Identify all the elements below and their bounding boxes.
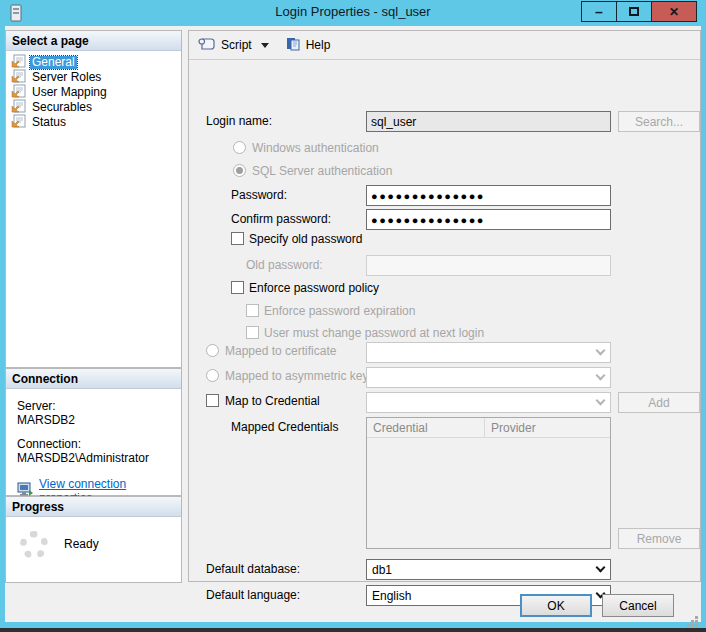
progress-header: Progress <box>6 497 181 517</box>
toolbar: Script Help <box>189 31 700 60</box>
default-database-value: db1 <box>372 563 392 577</box>
old-password-input[interactable] <box>366 255 611 276</box>
sidebar-item-user-mapping[interactable]: User Mapping <box>6 85 181 100</box>
page-icon <box>11 114 26 131</box>
dialog-body: Select a page General Server Roles User … <box>5 26 701 622</box>
server-label: Server: <box>17 399 170 413</box>
default-database-combobox[interactable]: db1 <box>366 559 611 580</box>
enforce-password-expiration-label: Enforce password expiration <box>264 303 415 319</box>
specify-old-password-checkbox[interactable] <box>231 232 244 245</box>
script-button[interactable]: Script <box>198 37 269 54</box>
chevron-down-icon <box>596 396 606 406</box>
map-to-credential-checkbox[interactable] <box>206 394 219 407</box>
certificate-combobox[interactable] <box>366 342 611 363</box>
sql-server-authentication-radio[interactable] <box>233 164 246 177</box>
script-label: Script <box>221 38 252 52</box>
chevron-down-icon <box>596 371 606 381</box>
chevron-down-icon <box>596 563 606 573</box>
window-bottom-edge <box>0 628 706 632</box>
minimize-button[interactable]: – <box>581 1 617 22</box>
resize-grip[interactable] <box>695 616 698 619</box>
mapped-to-asymmetric-key-radio[interactable] <box>206 369 219 382</box>
progress-spinner-icon <box>20 531 48 559</box>
default-language-label: Default language: <box>206 587 300 603</box>
script-dropdown-icon <box>261 43 269 48</box>
enforce-password-policy-label: Enforce password policy <box>249 280 379 296</box>
sql-server-authentication-label: SQL Server authentication <box>252 163 392 179</box>
password-input[interactable] <box>366 185 611 206</box>
credential-combobox[interactable] <box>366 392 611 413</box>
mapped-to-certificate-radio[interactable] <box>206 344 219 357</box>
default-database-label: Default database: <box>206 561 300 577</box>
sidebar-item-label: User Mapping <box>30 86 109 99</box>
maximize-icon <box>629 7 639 16</box>
sidebar-item-label: Securables <box>30 101 94 114</box>
add-button[interactable]: Add <box>618 392 700 413</box>
maximize-button[interactable] <box>616 1 652 22</box>
login-properties-window: Login Properties - sql_user – ✕ Select a… <box>0 0 706 632</box>
progress-body: Ready <box>6 517 181 583</box>
remove-button[interactable]: Remove <box>618 528 700 549</box>
connection-label: Connection: <box>17 437 170 451</box>
mapped-to-certificate-label: Mapped to certificate <box>225 343 336 359</box>
specify-old-password-label: Specify old password <box>249 231 362 247</box>
close-button[interactable]: ✕ <box>651 1 697 22</box>
login-name-input[interactable] <box>366 111 611 132</box>
map-to-credential-label: Map to Credential <box>225 393 320 409</box>
chevron-down-icon <box>596 346 606 356</box>
script-icon <box>198 37 216 54</box>
mapped-credentials-table-header: Credential Provider <box>367 418 610 438</box>
connection-value: MARSDB2\Administrator <box>17 451 170 465</box>
default-language-value: English <box>372 589 411 603</box>
credential-column-header: Credential <box>367 418 485 437</box>
connection-header: Connection <box>6 369 181 389</box>
login-name-label: Login name: <box>206 113 272 129</box>
help-label: Help <box>306 38 331 52</box>
progress-panel: Progress Ready <box>5 496 182 583</box>
connection-body: Server: MARSDB2 Connection: MARSDB2\Admi… <box>6 389 181 505</box>
enforce-password-policy-checkbox[interactable] <box>231 281 244 294</box>
server-value: MARSDB2 <box>17 413 170 427</box>
enforce-password-expiration-checkbox[interactable] <box>246 304 259 317</box>
old-password-label: Old password: <box>246 257 323 273</box>
mapped-credentials-table[interactable]: Credential Provider <box>366 417 611 549</box>
asymmetric-key-combobox[interactable] <box>366 367 611 388</box>
help-button[interactable]: Help <box>285 37 331 54</box>
help-icon <box>285 37 301 54</box>
mapped-to-asymmetric-key-label: Mapped to asymmetric key <box>225 368 368 384</box>
minimize-icon: – <box>595 7 603 17</box>
window-controls: – ✕ <box>582 1 697 22</box>
page-content-panel: Script Help Login name: <box>188 30 701 582</box>
progress-status: Ready <box>64 537 99 551</box>
ok-button[interactable]: OK <box>520 594 592 617</box>
select-a-page-header: Select a page <box>6 31 181 51</box>
mapped-credentials-label: Mapped Credentials <box>231 419 338 435</box>
must-change-password-checkbox[interactable] <box>246 326 259 339</box>
confirm-password-input[interactable] <box>366 209 611 230</box>
connection-panel: Connection Server: MARSDB2 Connection: M… <box>5 368 182 496</box>
close-icon: ✕ <box>669 5 679 19</box>
sidebar-item-server-roles[interactable]: Server Roles <box>6 70 181 85</box>
windows-authentication-radio[interactable] <box>233 141 246 154</box>
titlebar: Login Properties - sql_user – ✕ <box>0 0 706 26</box>
page-list: General Server Roles User Mapping Secura… <box>6 51 181 130</box>
general-page-form: Login name: Search... Windows authentica… <box>189 61 700 581</box>
select-a-page-panel: Select a page General Server Roles User … <box>5 30 182 368</box>
sidebar-item-label: Status <box>30 116 68 129</box>
cancel-button[interactable]: Cancel <box>602 594 674 617</box>
sidebar-item-label: Server Roles <box>30 71 103 84</box>
confirm-password-label: Confirm password: <box>231 211 331 227</box>
sidebar-item-securables[interactable]: Securables <box>6 100 181 115</box>
windows-authentication-label: Windows authentication <box>252 140 379 156</box>
search-button[interactable]: Search... <box>618 111 700 132</box>
must-change-password-label: User must change password at next login <box>264 325 484 341</box>
provider-column-header: Provider <box>485 418 542 437</box>
sidebar-item-label: General <box>30 56 77 69</box>
sidebar-item-general[interactable]: General <box>6 55 181 70</box>
password-label: Password: <box>231 187 287 203</box>
sidebar-item-status[interactable]: Status <box>6 115 181 130</box>
